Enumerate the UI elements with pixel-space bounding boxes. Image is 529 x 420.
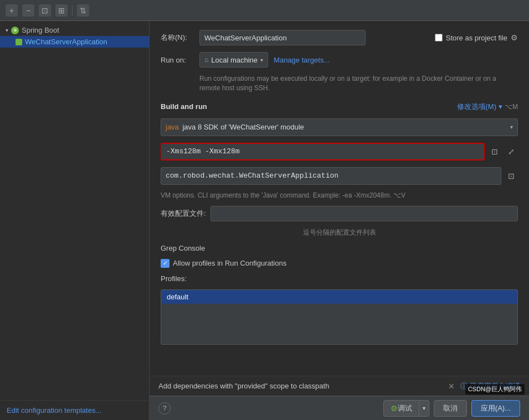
run-icon bbox=[16, 39, 22, 45]
debug-button[interactable]: ⚙ 调试 bbox=[383, 400, 419, 417]
allow-profiles-label: Allow profiles in Run Configurations bbox=[173, 259, 286, 267]
apply-button[interactable]: 应用(A)... bbox=[471, 400, 520, 417]
store-label: Store as project file bbox=[446, 34, 507, 42]
save-button[interactable]: ⊞ bbox=[55, 4, 68, 17]
vm-options-input[interactable] bbox=[161, 143, 485, 160]
sidebar-springboot-label: Spring Boot bbox=[22, 26, 59, 34]
debug-dropdown-button[interactable]: ▾ bbox=[419, 400, 429, 417]
manage-targets-link[interactable]: Manage targets... bbox=[274, 56, 330, 64]
sidebar-footer: Edit configuration templates... bbox=[0, 400, 149, 420]
remove-button[interactable]: − bbox=[22, 4, 34, 17]
chevron-down-icon: ▾ bbox=[6, 27, 8, 33]
sidebar-item-springboot[interactable]: ▾ ⊕ Spring Boot bbox=[0, 24, 149, 36]
vm-options-row: ⊡ ⤢ bbox=[161, 143, 518, 160]
allow-profiles-row: ✓ Allow profiles in Run Configurations bbox=[161, 259, 518, 268]
name-input[interactable] bbox=[199, 30, 366, 45]
java-keyword: java bbox=[166, 123, 179, 131]
help-icon[interactable]: ? bbox=[158, 402, 171, 414]
name-row: 名称(N): Store as project file ⚙ bbox=[161, 30, 518, 45]
spring-icon: ⊕ bbox=[11, 27, 19, 34]
modify-options-label: 修改选项(M) bbox=[457, 102, 497, 112]
notification-close-icon[interactable]: ✕ bbox=[448, 382, 455, 391]
main-class-copy-icon[interactable]: ⊡ bbox=[505, 169, 518, 183]
add-button[interactable]: + bbox=[6, 4, 18, 17]
sdk-value: java 8 SDK of 'WeChatServer' module bbox=[182, 123, 304, 131]
allow-profiles-checkbox[interactable]: ✓ bbox=[161, 259, 170, 268]
sdk-arrow-icon: ▾ bbox=[510, 124, 513, 130]
sidebar: ▾ ⊕ Spring Boot WeChatServerApplication … bbox=[0, 21, 150, 420]
debug-label: 调试 bbox=[398, 403, 412, 413]
build-run-title: Build and run bbox=[161, 102, 207, 111]
debug-icon: ⚙ bbox=[391, 404, 398, 413]
gear-icon[interactable]: ⚙ bbox=[511, 33, 518, 42]
sidebar-app-label: WeChatServerApplication bbox=[25, 38, 107, 46]
run-on-dropdown[interactable]: ⌂ Local machine ▾ bbox=[199, 52, 268, 68]
dropdown-arrow-icon: ▾ bbox=[260, 57, 263, 63]
separator bbox=[72, 5, 73, 16]
profiles-section-label: Profiles: bbox=[161, 274, 518, 283]
button-bar: ? ⚙ 调试 ▾ 取消 应用(A)... bbox=[150, 396, 529, 420]
run-on-label: Run on: bbox=[161, 56, 194, 64]
run-on-row: Run on: ⌂ Local machine ▾ Manage targets… bbox=[161, 52, 518, 68]
active-config-input[interactable] bbox=[210, 206, 518, 221]
store-checkbox[interactable] bbox=[435, 34, 443, 42]
store-checkbox-row: Store as project file ⚙ bbox=[435, 33, 518, 42]
edit-templates-link[interactable]: Edit configuration templates... bbox=[7, 406, 101, 414]
profiles-list-item-default[interactable]: default bbox=[161, 290, 517, 304]
sdk-dropdown[interactable]: java java 8 SDK of 'WeChatServer' module… bbox=[161, 118, 518, 136]
cancel-button[interactable]: 取消 bbox=[434, 400, 467, 417]
main-layout: ▾ ⊕ Spring Boot WeChatServerApplication … bbox=[0, 21, 529, 420]
sidebar-content: ▾ ⊕ Spring Boot WeChatServerApplication bbox=[0, 21, 149, 400]
cli-hint-text: VM options. CLI arguments to the 'Java' … bbox=[161, 191, 518, 199]
copy-button[interactable]: ⊡ bbox=[39, 4, 51, 17]
active-config-label: 有效配置文件: bbox=[161, 209, 206, 219]
main-class-input[interactable] bbox=[161, 167, 501, 185]
modify-chevron-icon: ▾ bbox=[499, 102, 502, 111]
sidebar-item-app[interactable]: WeChatServerApplication bbox=[0, 36, 149, 48]
modify-options-button[interactable]: 修改选项(M) ▾ ⌥M bbox=[457, 102, 518, 112]
top-toolbar: + − ⊡ ⊞ ⇅ bbox=[0, 0, 529, 21]
comma-hint-text: 逗号分隔的配置文件列表 bbox=[161, 228, 518, 237]
sdk-text: java java 8 SDK of 'WeChatServer' module bbox=[166, 123, 510, 131]
notification-info-text: ⓘ 已启用后台编译 bbox=[460, 381, 520, 391]
grep-console-label: Grep Console bbox=[161, 244, 518, 252]
home-icon: ⌂ bbox=[204, 56, 208, 64]
local-machine-text: Local machine bbox=[211, 56, 258, 64]
sort-button[interactable]: ⇅ bbox=[77, 4, 89, 17]
build-run-section-header: Build and run 修改选项(M) ▾ ⌥M bbox=[161, 102, 518, 112]
name-label: 名称(N): bbox=[161, 33, 194, 43]
notification-text: Add dependencies with "provided" scope t… bbox=[158, 382, 443, 390]
vm-copy-icon[interactable]: ⊡ bbox=[488, 145, 501, 158]
content-area: 名称(N): Store as project file ⚙ Run on: ⌂… bbox=[150, 21, 529, 376]
profiles-list[interactable]: default bbox=[161, 289, 518, 345]
notification-bar: Add dependencies with "provided" scope t… bbox=[150, 376, 529, 396]
vm-expand-icon[interactable]: ⤢ bbox=[505, 145, 518, 158]
modify-shortcut-text: ⌥M bbox=[505, 103, 518, 111]
run-on-hint: Run configurations may be executed local… bbox=[199, 74, 518, 93]
active-config-row: 有效配置文件: bbox=[161, 206, 518, 221]
main-class-row: ⊡ bbox=[161, 167, 518, 185]
debug-button-group: ⚙ 调试 ▾ bbox=[383, 400, 429, 417]
